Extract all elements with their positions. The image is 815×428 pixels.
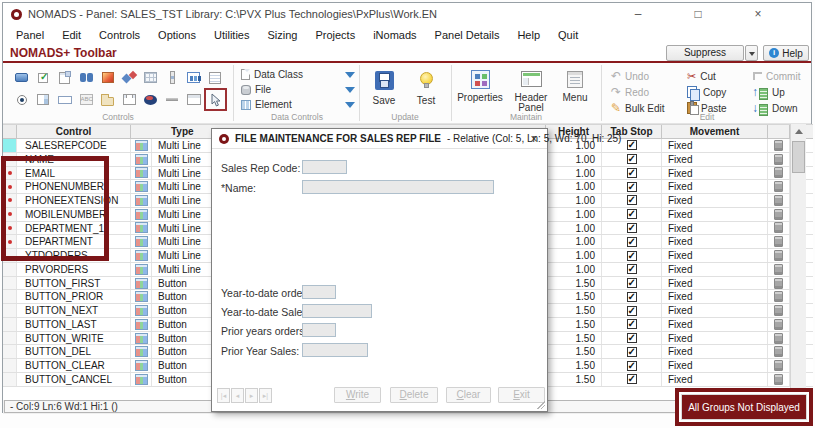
query-control-icon[interactable] [78,69,95,86]
height-cell[interactable]: 1.00 [546,208,602,221]
row-selector-cell[interactable] [3,139,17,152]
height-cell[interactable]: 1.00 [546,249,602,262]
tab-stop-checkbox[interactable] [602,249,662,262]
undo-button[interactable]: ↶ Undo [611,69,649,83]
control-name-cell[interactable]: PHONENUMBER [17,180,131,193]
tab-stop-checkbox[interactable] [602,180,662,193]
textbox-control-icon[interactable] [56,91,73,108]
prior-record-button[interactable] [231,388,244,403]
row-selector-cell[interactable] [3,359,17,372]
pie-control-icon[interactable] [142,91,159,108]
tabpanel-control-icon[interactable] [121,91,138,108]
height-cell[interactable]: 1.50 [546,332,602,345]
row-action-button[interactable] [768,304,790,317]
header-movement[interactable]: Movement [662,125,768,138]
data-class-dropdown-icon[interactable] [345,72,355,78]
file-dropdown-icon[interactable] [345,87,355,93]
control-name-cell[interactable]: SALESREPCODE [17,139,131,152]
height-cell[interactable]: 1.50 [546,373,602,386]
menu-help[interactable]: Help [508,25,549,45]
pointer-control-icon[interactable] [207,91,224,108]
listview-control-icon[interactable] [207,69,224,86]
menu-inomads[interactable]: iNomads [364,25,425,45]
menu-sizing[interactable]: Sizing [258,25,306,45]
scrollbar-control-icon[interactable] [164,69,181,86]
radiobutton-control-icon[interactable] [13,91,30,108]
suppress-groups-dropdown[interactable] [745,45,758,61]
tab-stop-checkbox[interactable] [602,208,662,221]
image-control-icon[interactable] [99,69,116,86]
control-name-cell[interactable]: BUTTON_LAST [17,318,131,331]
row-action-button[interactable] [768,373,790,386]
close-button[interactable]: × [745,3,771,25]
fontbox-control-icon[interactable] [78,91,95,108]
tab-stop-checkbox[interactable] [602,359,662,372]
row-action-button[interactable] [768,180,790,193]
vertical-scrollbar[interactable] [790,124,806,400]
control-name-cell[interactable]: NAME [17,153,131,166]
movement-cell[interactable]: Fixed [662,263,768,276]
header-panel-button[interactable]: Header Panel [509,67,553,113]
dataclass-control-icon[interactable] [121,69,138,86]
row-selector-cell[interactable] [3,222,17,235]
row-action-button[interactable] [768,139,790,152]
copy-button[interactable]: Copy [687,85,726,99]
up-button[interactable]: ↑ Up [753,85,785,99]
movement-cell[interactable]: Fixed [662,345,768,358]
tab-stop-checkbox[interactable] [602,373,662,386]
menu-panel-details[interactable]: Panel Details [426,25,509,45]
write-button[interactable]: Write [334,387,381,403]
folder-control-icon[interactable] [99,91,116,108]
spinner-control-icon[interactable] [35,91,52,108]
control-name-cell[interactable]: PRVORDERS [17,263,131,276]
prior-orders-input[interactable] [302,323,336,337]
prior-sales-input[interactable] [302,343,368,357]
checkbox-control-icon[interactable] [35,69,52,86]
control-name-cell[interactable]: DEPARTMENT [17,235,131,248]
name-input[interactable] [302,180,494,194]
row-action-button[interactable] [768,222,790,235]
ytd-sales-input[interactable] [302,304,372,318]
ytd-orders-input[interactable] [302,285,336,299]
menu-quit[interactable]: Quit [549,25,587,45]
movement-cell[interactable]: Fixed [662,208,768,221]
control-name-cell[interactable]: BUTTON_NEXT [17,304,131,317]
row-action-button[interactable] [768,263,790,276]
menu-panel[interactable]: Panel [7,25,53,45]
last-record-button[interactable] [259,388,272,403]
movement-cell[interactable]: Fixed [662,290,768,303]
next-record-button[interactable] [245,388,258,403]
tab-stop-checkbox[interactable] [602,277,662,290]
movement-cell[interactable]: Fixed [662,194,768,207]
properties-button[interactable]: Properties [453,67,507,103]
movement-cell[interactable]: Fixed [662,304,768,317]
control-name-cell[interactable]: YTDORDERS [17,249,131,262]
movement-cell[interactable]: Fixed [662,249,768,262]
control-name-cell[interactable]: PHONEEXTENSION [17,194,131,207]
chart-control-icon[interactable] [185,69,202,86]
dialog-title-bar[interactable]: FILE MAINTENANCE FOR SALES REP FILE - Re… [212,129,547,149]
control-name-cell[interactable]: DEPARTMENT_1 [17,222,131,235]
row-selector-cell[interactable] [3,235,17,248]
row-selector-cell[interactable] [3,277,17,290]
row-selector-cell[interactable] [3,318,17,331]
row-action-button[interactable] [768,345,790,358]
tab-stop-checkbox[interactable] [602,304,662,317]
header-control[interactable]: Control [17,125,131,138]
movement-cell[interactable]: Fixed [662,359,768,372]
delete-button[interactable]: Delete [390,387,438,403]
tab-stop-checkbox[interactable] [602,345,662,358]
separator-control-icon[interactable] [164,91,181,108]
row-selector-cell[interactable] [3,249,17,262]
movement-cell[interactable]: Fixed [662,167,768,180]
grid-control-icon[interactable] [142,69,159,86]
row-action-button[interactable] [768,153,790,166]
height-cell[interactable]: 1.00 [546,235,602,248]
movement-cell[interactable]: Fixed [662,373,768,386]
sales-rep-code-input[interactable] [302,160,347,174]
row-action-button[interactable] [768,167,790,180]
button-control-icon[interactable] [13,69,30,86]
movement-cell[interactable]: Fixed [662,235,768,248]
tab-stop-checkbox[interactable] [602,167,662,180]
movement-cell[interactable]: Fixed [662,277,768,290]
